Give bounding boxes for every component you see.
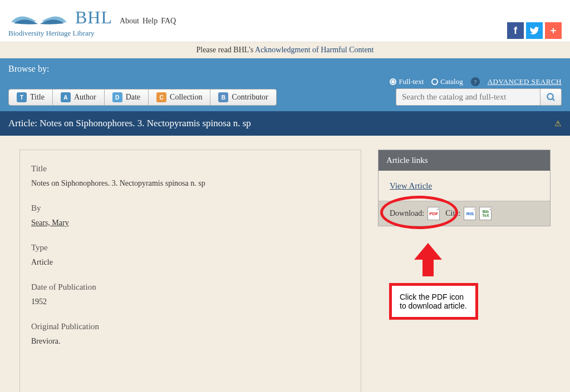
harmful-content-link[interactable]: Acknowledgment of Harmful Content — [255, 46, 374, 54]
cite-label: Cite: — [445, 209, 460, 218]
help-icon[interactable]: ? — [471, 77, 480, 86]
date-label: Date of Publication — [31, 282, 350, 292]
orig-label: Original Publication — [31, 322, 350, 331]
contributor-icon: B — [218, 92, 228, 102]
type-label: Type — [31, 243, 350, 252]
fulltext-radio-label[interactable]: Full-text — [390, 77, 424, 86]
ris-icon[interactable]: RIS — [464, 207, 476, 220]
annotation-text: Click the PDF icon to download article. — [389, 283, 478, 320]
bhl-logo-icon[interactable] — [8, 6, 70, 28]
title-icon: T — [17, 92, 27, 102]
author-link[interactable]: Sears, Mary — [31, 219, 350, 227]
search-input[interactable] — [396, 88, 540, 106]
article-links-header: Article links — [379, 150, 550, 171]
addthis-icon[interactable]: + — [545, 22, 562, 39]
browse-tab-author[interactable]: AAuthor — [53, 89, 105, 106]
catalog-radio[interactable] — [431, 78, 438, 85]
download-label: Download: — [390, 209, 424, 218]
advanced-search-link[interactable]: ADVANCED SEARCH — [488, 77, 562, 86]
browse-label: Browse by: — [8, 64, 562, 74]
orig-value: Breviora. — [31, 337, 350, 346]
warning-icon[interactable]: ⚠ — [554, 119, 562, 128]
bhl-title[interactable]: BHL — [75, 7, 112, 28]
notice-bar: Please read BHL's Acknowledgment of Harm… — [0, 42, 570, 58]
about-link[interactable]: About — [120, 17, 139, 26]
svg-point-0 — [547, 93, 553, 100]
date-value: 1952 — [31, 297, 350, 306]
title-label: Title — [31, 164, 350, 173]
by-label: By — [31, 204, 350, 213]
type-value: Article — [31, 258, 350, 267]
facebook-icon[interactable]: f — [507, 22, 524, 39]
author-icon: A — [61, 92, 71, 102]
browse-tab-contributor[interactable]: BContributor — [210, 89, 276, 106]
view-article-link[interactable]: View Article — [390, 181, 432, 190]
collection-icon: C — [156, 92, 166, 102]
detail-panel: Title Notes on Siphonophores. 3. Nectopy… — [19, 150, 361, 392]
browse-tab-title[interactable]: TTitle — [8, 89, 53, 106]
twitter-icon[interactable] — [526, 22, 543, 39]
search-button[interactable] — [540, 88, 562, 106]
help-link[interactable]: Help — [142, 17, 158, 26]
browse-tab-collection[interactable]: CCollection — [149, 89, 210, 106]
faq-link[interactable]: FAQ — [161, 17, 176, 26]
svg-line-1 — [552, 98, 554, 101]
bhl-tagline[interactable]: Biodiversity Heritage Library — [8, 29, 95, 38]
bibtex-icon[interactable]: Bib TeX — [479, 207, 492, 220]
article-header-title: Article: Notes on Siphonophores. 3. Nect… — [8, 118, 251, 129]
svg-marker-2 — [414, 243, 442, 276]
annotation-arrow — [414, 243, 551, 279]
date-icon: D — [112, 92, 122, 102]
pdf-icon[interactable]: PDF — [428, 207, 440, 220]
article-links-box: Article links View Article Download: PDF… — [378, 150, 551, 226]
title-value: Notes on Siphonophores. 3. Nectopyramis … — [31, 179, 350, 188]
fulltext-radio[interactable] — [390, 78, 396, 85]
browse-tab-date[interactable]: DDate — [105, 89, 149, 106]
catalog-radio-label[interactable]: Catalog — [431, 77, 463, 86]
